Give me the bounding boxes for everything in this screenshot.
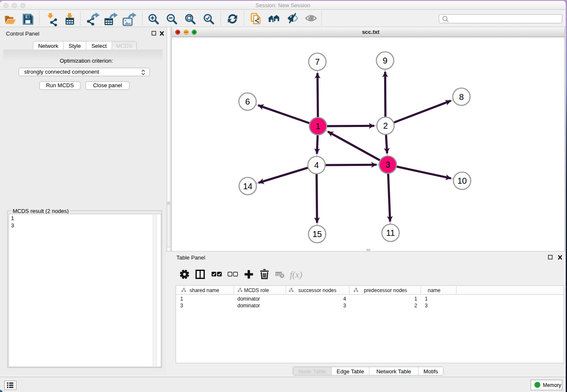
- svg-text:3: 3: [385, 160, 390, 169]
- svg-text:15: 15: [312, 229, 322, 239]
- svg-text:f(x): f(x): [290, 270, 302, 280]
- svg-text:1: 1: [316, 121, 320, 131]
- svg-text:6: 6: [245, 97, 250, 106]
- svg-text:10: 10: [457, 176, 467, 185]
- svg-text:8: 8: [459, 92, 464, 102]
- svg-text:7: 7: [315, 57, 319, 66]
- svg-text:11: 11: [386, 228, 395, 237]
- svg-text:9: 9: [383, 56, 387, 65]
- svg-text:2: 2: [383, 121, 388, 130]
- svg-text:4: 4: [314, 160, 319, 170]
- svg-text:14: 14: [243, 182, 252, 191]
